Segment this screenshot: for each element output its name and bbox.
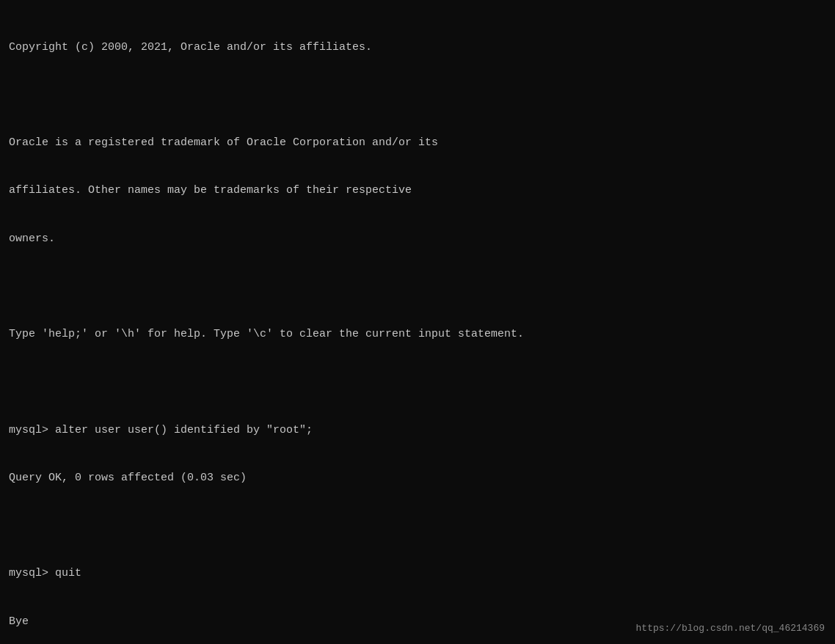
terminal-output: Copyright (c) 2000, 2021, Oracle and/or … bbox=[9, 7, 826, 644]
line-6 bbox=[9, 279, 826, 295]
line-11 bbox=[9, 518, 826, 534]
line-12: mysql> quit bbox=[9, 566, 826, 582]
line-9: mysql> alter user user() identified by ″… bbox=[9, 422, 826, 439]
line-5: owners. bbox=[9, 231, 826, 247]
line-7: Type 'help;' or '\h' for help. Type '\c'… bbox=[9, 326, 826, 343]
line-8 bbox=[9, 374, 826, 390]
line-3: Oracle is a registered trademark of Orac… bbox=[9, 135, 826, 151]
line-1: Copyright (c) 2000, 2021, Oracle and/or … bbox=[9, 40, 826, 56]
line-4: affiliates. Other names may be trademark… bbox=[9, 183, 826, 199]
watermark: https://blog.csdn.net/qq_46214369 bbox=[636, 623, 825, 634]
line-10: Query OK, 0 rows affected (0.03 sec) bbox=[9, 470, 826, 486]
line-2 bbox=[9, 87, 826, 103]
